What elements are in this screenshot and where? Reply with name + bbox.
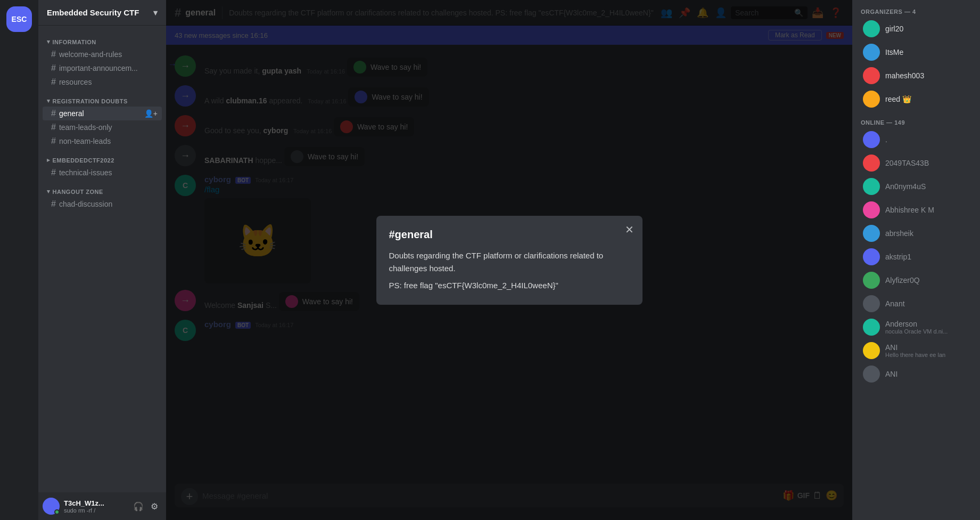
- member-name: Alyfizer0Q: [885, 276, 920, 285]
- member-item[interactable]: ANI Hello there have ee lan: [854, 339, 978, 362]
- hash-icon: #: [51, 77, 56, 87]
- member-item[interactable]: ItsMe: [854, 40, 978, 64]
- member-item[interactable]: mahesh003: [854, 64, 978, 87]
- avatar: [43, 498, 60, 515]
- member-name: Abhishree K M: [885, 206, 934, 214]
- channel-name: team-leads-only: [59, 123, 112, 132]
- channel-item-welcome[interactable]: # welcome-and-rules: [43, 47, 162, 61]
- channel-item-team-leads[interactable]: # team-leads-only: [43, 120, 162, 134]
- member-avatar: [863, 131, 880, 148]
- member-name: Anderson: [885, 320, 948, 328]
- member-avatar: [863, 201, 880, 218]
- hash-icon: #: [51, 168, 56, 177]
- hash-icon: #: [51, 109, 56, 118]
- modal-line2: challenges hosted.: [389, 262, 630, 275]
- member-item[interactable]: 2049TAS43B: [854, 151, 978, 175]
- member-item[interactable]: ANI: [854, 362, 978, 386]
- member-item[interactable]: akstrip1: [854, 245, 978, 269]
- member-avatar: [863, 44, 880, 61]
- member-name: girl20: [885, 25, 903, 33]
- member-item[interactable]: Alyfizer0Q: [854, 269, 978, 292]
- category-arrow-icon: ▾: [47, 38, 51, 45]
- server-sidebar: ESC: [0, 0, 38, 520]
- settings-icon[interactable]: ⚙: [147, 499, 162, 514]
- modal: #general ✕ Doubts regarding the CTF plat…: [376, 216, 643, 305]
- organizers-label: ORGANIZERS — 4: [852, 0, 980, 17]
- member-sub: Hello there have ee lan: [885, 352, 945, 358]
- member-avatar: [863, 295, 880, 312]
- member-name: akstrip1: [885, 253, 911, 261]
- server-icon-active[interactable]: ESC: [6, 6, 32, 32]
- member-item[interactable]: .: [854, 128, 978, 151]
- member-info: Anderson nocula Oracle VM d.ni...: [885, 320, 948, 335]
- online-label: ONLINE — 149: [852, 111, 980, 128]
- member-avatar: [863, 319, 880, 336]
- category-arrow-icon: ▸: [47, 157, 51, 164]
- chevron-down-icon: ▾: [153, 8, 158, 18]
- member-name: .: [885, 135, 887, 144]
- category-arrow-icon: ▾: [47, 188, 51, 195]
- category-information[interactable]: ▾ INFORMATION: [38, 30, 166, 47]
- member-item[interactable]: An0nym4uS: [854, 175, 978, 198]
- member-name: reed 👑: [885, 95, 911, 103]
- channel-name: resources: [59, 78, 92, 86]
- channel-item-chad[interactable]: # chad-discussion: [43, 197, 162, 211]
- member-item[interactable]: Anderson nocula Oracle VM d.ni...: [854, 315, 978, 339]
- member-item[interactable]: girl20: [854, 17, 978, 40]
- member-avatar: [863, 248, 880, 265]
- modal-overlay[interactable]: #general ✕ Doubts regarding the CTF plat…: [166, 0, 852, 520]
- app-container: ESC Embedded Security CTF ▾ ▾ INFORMATIO…: [0, 0, 980, 520]
- member-name: ANI: [885, 370, 897, 378]
- user-panel: T3cH_W1z... sudo rm -rf / 🎧 ⚙: [38, 492, 166, 520]
- member-item[interactable]: abrsheik: [854, 222, 978, 245]
- category-label: HANGOUT ZONE: [53, 189, 103, 195]
- category-embedded[interactable]: ▸ EMBEDDEDCTF2022: [38, 148, 166, 166]
- category-label: EMBEDDEDCTF2022: [53, 157, 114, 164]
- server-name: Embedded Security CTF: [47, 8, 139, 17]
- member-item[interactable]: Abhishree K M: [854, 198, 978, 222]
- member-name: An0nym4uS: [885, 182, 926, 191]
- channel-item-general[interactable]: # general 👤+: [43, 107, 162, 120]
- hash-icon: #: [51, 63, 56, 73]
- category-hangout[interactable]: ▾ HANGOUT ZONE: [38, 180, 166, 197]
- channel-item-resources[interactable]: # resources: [43, 75, 162, 89]
- modal-close-button[interactable]: ✕: [625, 224, 634, 235]
- channel-item-announcements[interactable]: # important-announcem...: [43, 61, 162, 75]
- user-info: T3cH_W1z... sudo rm -rf /: [64, 499, 127, 514]
- member-name: mahesh003: [885, 71, 924, 80]
- member-avatar: [863, 272, 880, 289]
- user-status: sudo rm -rf /: [64, 507, 127, 514]
- member-avatar: [863, 91, 880, 108]
- category-label: REGISTRATION DOUBTS: [53, 98, 128, 104]
- member-item[interactable]: reed 👑: [854, 87, 978, 111]
- channel-item-technical[interactable]: # technical-issues: [43, 166, 162, 180]
- modal-body: Doubts regarding the CTF platform or cla…: [389, 249, 630, 292]
- hash-icon: #: [51, 136, 56, 146]
- hash-icon: #: [51, 199, 56, 209]
- modal-title: #general: [389, 229, 630, 241]
- headset-icon[interactable]: 🎧: [131, 499, 146, 514]
- channel-list: ▾ INFORMATION # welcome-and-rules # impo…: [38, 26, 166, 492]
- member-name: ItsMe: [885, 48, 903, 56]
- category-registration[interactable]: ▾ REGISTRATION DOUBTS: [38, 89, 166, 107]
- member-name: abrsheik: [885, 229, 913, 238]
- member-avatar: [863, 365, 880, 383]
- hash-icon: #: [51, 50, 56, 59]
- channel-name: important-announcem...: [59, 64, 138, 72]
- user-controls: 🎧 ⚙: [131, 499, 162, 514]
- member-name: Anant: [885, 299, 905, 308]
- channel-name: technical-issues: [59, 168, 112, 177]
- modal-line3: PS: free flag "esCTF{W3lc0me_2_H4IL0weeN…: [389, 279, 630, 292]
- server-header[interactable]: Embedded Security CTF ▾: [38, 0, 166, 26]
- channel-name: general: [59, 109, 141, 118]
- modal-line1: Doubts regarding the CTF platform or cla…: [389, 249, 630, 262]
- member-info: ANI Hello there have ee lan: [885, 343, 945, 358]
- username: T3cH_W1z...: [64, 499, 127, 507]
- members-sidebar: ORGANIZERS — 4 girl20 ItsMe mahesh003 re…: [852, 0, 980, 520]
- member-avatar: [863, 178, 880, 195]
- member-item[interactable]: Anant: [854, 292, 978, 315]
- member-avatar: [863, 20, 880, 37]
- category-arrow-icon: ▾: [47, 98, 51, 104]
- channel-sidebar: Embedded Security CTF ▾ ▾ INFORMATION # …: [38, 0, 166, 520]
- channel-item-non-team[interactable]: # non-team-leads: [43, 134, 162, 148]
